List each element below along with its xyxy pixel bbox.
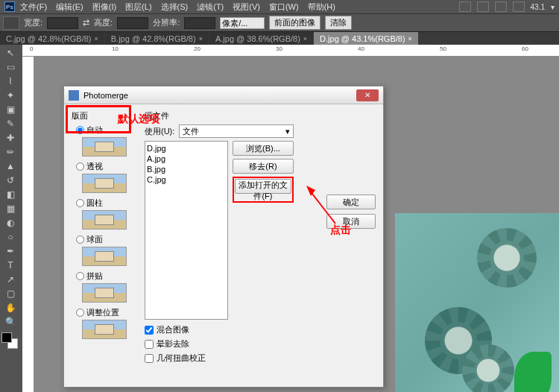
annotation-text: 点击: [330, 224, 351, 237]
dodge-tool-icon[interactable]: ○: [1, 230, 19, 244]
document-tabs: C.jpg @ 42.8%(RGB/8)× B.jpg @ 42.8%(RGB/…: [0, 31, 559, 45]
width-label: 宽度:: [24, 17, 42, 28]
menu-file[interactable]: 文件(F): [16, 0, 51, 14]
res-label: 分辨率:: [153, 17, 180, 28]
list-item[interactable]: B.jpg: [147, 164, 226, 174]
shape-tool-icon[interactable]: ▢: [1, 287, 19, 300]
radio-reposition[interactable]: 调整位置: [76, 307, 139, 318]
ok-button[interactable]: 确定: [326, 195, 376, 209]
annotation-text: 默认选项: [118, 113, 160, 126]
list-item[interactable]: C.jpg: [147, 174, 226, 185]
document-image: [395, 213, 559, 392]
stamp-tool-icon[interactable]: ▲: [1, 159, 19, 173]
history-tool-icon[interactable]: ↺: [1, 174, 19, 187]
heal-tool-icon[interactable]: ✚: [1, 131, 19, 145]
close-icon[interactable]: ×: [95, 35, 98, 42]
options-bar: 宽度: ⇄ 高度: 分辨率: 像素/... 前面的图像 清除: [0, 13, 559, 31]
screen-mode-icon[interactable]: [495, 1, 507, 12]
use-label: 使用(U):: [145, 126, 174, 137]
dialog-titlebar[interactable]: Photomerge ✕: [64, 86, 383, 104]
gradient-tool-icon[interactable]: ▦: [1, 202, 19, 215]
color-swatch[interactable]: [1, 332, 18, 349]
ruler-horizontal: 0102030405060: [22, 45, 559, 57]
menu-window[interactable]: 窗口(W): [265, 0, 303, 14]
vignette-checkbox[interactable]: 晕影去除: [145, 338, 294, 350]
hand-tool-icon[interactable]: ✋: [1, 301, 19, 314]
unit-select[interactable]: 像素/...: [220, 17, 265, 29]
menu-edit[interactable]: 编辑(E): [52, 0, 87, 14]
wand-tool-icon[interactable]: ✦: [1, 89, 19, 102]
layout-thumb-auto: [82, 137, 127, 157]
list-item[interactable]: D.jpg: [147, 143, 226, 154]
path-tool-icon[interactable]: ↗: [1, 273, 19, 286]
menu-select[interactable]: 选择(S): [157, 0, 192, 14]
layout-thumb-sph: [82, 247, 127, 266]
file-list[interactable]: D.jpg A.jpg B.jpg C.jpg: [145, 141, 228, 320]
eyedropper-tool-icon[interactable]: ✎: [1, 117, 19, 130]
blend-checkbox[interactable]: 混合图像: [145, 324, 294, 335]
radio-perspective[interactable]: 透视: [76, 161, 139, 172]
layout-thumb-cyl: [82, 210, 127, 230]
close-icon[interactable]: ×: [199, 35, 203, 42]
crop-tool-icon[interactable]: [3, 16, 19, 30]
lasso-tool-icon[interactable]: ⌇: [1, 75, 19, 88]
move-tool-icon[interactable]: ↖: [1, 46, 19, 60]
menu-layer[interactable]: 图层(L): [121, 0, 155, 14]
ps-logo: Ps: [4, 1, 15, 12]
source-column: 源文件 使用(U): 文件▾ D.jpg A.jpg B.jpg C.jpg 浏…: [145, 110, 294, 380]
layout-column: 版面 自动 透视 圆柱 球面 拼贴 调整位置: [72, 110, 139, 380]
geo-checkbox[interactable]: 几何扭曲校正: [145, 353, 294, 364]
layout-thumb-collage: [82, 283, 127, 303]
close-button[interactable]: ✕: [356, 89, 379, 101]
marquee-tool-icon[interactable]: ▭: [1, 60, 19, 74]
list-item[interactable]: A.jpg: [147, 154, 226, 164]
res-input[interactable]: [184, 17, 215, 29]
menu-filter[interactable]: 滤镜(T): [193, 0, 227, 14]
layout-thumb-persp: [82, 174, 127, 193]
screen-mode-icon[interactable]: [513, 1, 525, 12]
menubar: Ps 文件(F) 编辑(E) 图像(I) 图层(L) 选择(S) 滤镜(T) 视…: [0, 0, 559, 13]
tool-palette: ↖ ▭ ⌇ ✦ ▣ ✎ ✚ ✏ ▲ ↺ ◧ ▦ ◐ ○ ✒ T ↗ ▢ ✋ 🔍: [0, 45, 22, 392]
radio-collage[interactable]: 拼贴: [76, 271, 139, 282]
type-tool-icon[interactable]: T: [1, 259, 19, 272]
brush-tool-icon[interactable]: ✏: [1, 145, 19, 159]
mb-icon[interactable]: [477, 1, 489, 12]
radio-spherical[interactable]: 球面: [76, 234, 139, 245]
dialog-icon: [69, 90, 79, 101]
add-open-files-button[interactable]: 添加打开的文件(F): [235, 179, 291, 194]
height-input[interactable]: [117, 17, 148, 29]
blur-tool-icon[interactable]: ◐: [1, 216, 19, 230]
remove-button[interactable]: 移去(R): [233, 159, 294, 174]
eraser-tool-icon[interactable]: ◧: [1, 188, 19, 201]
tab-d[interactable]: D.jpg @ 43.1%(RGB/8)×: [314, 32, 418, 45]
menu-image[interactable]: 图像(I): [89, 0, 120, 14]
use-select[interactable]: 文件▾: [179, 124, 294, 138]
menu-help[interactable]: 帮助(H): [304, 0, 339, 14]
tab-a[interactable]: A.jpg @ 38.6%(RGB/8)×: [209, 32, 313, 45]
zoom-tool-icon[interactable]: 🔍: [1, 315, 19, 329]
mb-icon[interactable]: [459, 1, 471, 12]
front-image-button[interactable]: 前面的图像: [269, 16, 320, 30]
menu-view[interactable]: 视图(V): [229, 0, 264, 14]
pen-tool-icon[interactable]: ✒: [1, 244, 19, 258]
radio-auto[interactable]: 自动: [76, 124, 139, 136]
clear-button[interactable]: 清除: [325, 16, 352, 30]
crop-tool-icon[interactable]: ▣: [1, 103, 19, 116]
chevron-down-icon: ▾: [285, 127, 290, 136]
ruler-vertical: [22, 57, 34, 392]
zoom-value[interactable]: 43.1: [531, 3, 545, 11]
width-input[interactable]: [47, 17, 78, 29]
close-icon[interactable]: ×: [303, 35, 307, 42]
dialog-title: Photomerge: [83, 91, 128, 100]
height-label: 高度:: [94, 17, 113, 28]
browse-button[interactable]: 浏览(B)...: [233, 141, 294, 156]
tab-b[interactable]: B.jpg @ 42.8%(RGB/8)×: [105, 32, 209, 45]
tab-c[interactable]: C.jpg @ 42.8%(RGB/8)×: [0, 32, 104, 45]
close-icon[interactable]: ×: [408, 35, 412, 42]
layout-thumb-repo: [82, 320, 127, 339]
source-label: 源文件: [145, 110, 294, 121]
radio-cylindrical[interactable]: 圆柱: [76, 197, 139, 209]
